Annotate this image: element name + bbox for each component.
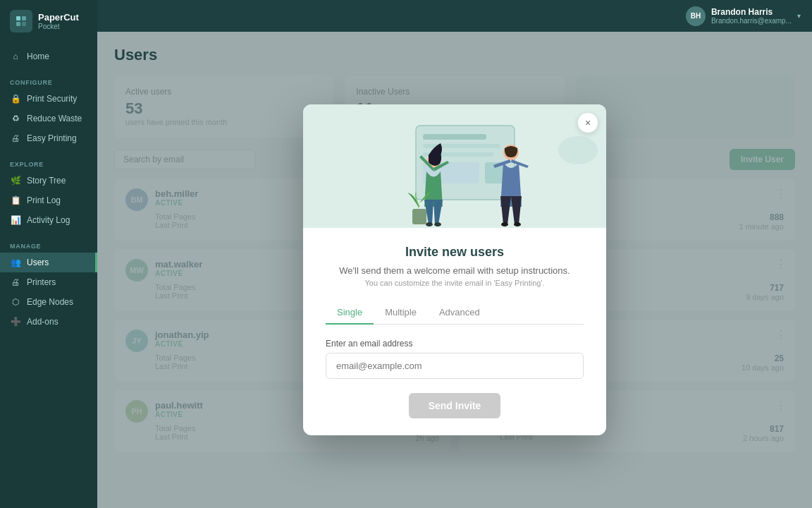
- app-name: Pocket: [38, 23, 79, 30]
- avatar: BH: [686, 6, 706, 26]
- sidebar-item-printers[interactable]: 🖨 Printers: [0, 272, 97, 292]
- users-icon: 👥: [10, 258, 21, 267]
- svg-rect-6: [423, 134, 486, 140]
- printers-icon: 🖨: [10, 277, 21, 287]
- brand-name: PaperCut: [38, 12, 79, 23]
- svg-point-17: [501, 222, 508, 226]
- shield-icon: 🔒: [10, 94, 21, 104]
- configure-label: CONFIGURE: [0, 76, 97, 89]
- modal-title: Invite new users: [326, 245, 584, 260]
- addons-icon: ➕: [10, 317, 21, 327]
- home-section: ⌂ Home: [0, 40, 97, 69]
- reduce-waste-label: Reduce Waste: [27, 114, 82, 123]
- svg-point-18: [514, 222, 521, 226]
- chevron-down-icon: ▾: [797, 12, 801, 20]
- modal-illustration: ×: [303, 104, 606, 228]
- topbar: BH Brandon Harris Brandon.harris@examp..…: [97, 0, 812, 32]
- logo-icon: [10, 10, 32, 32]
- edge-nodes-label: Edge Nodes: [27, 297, 73, 307]
- svg-point-13: [426, 222, 433, 226]
- activity-log-label: Activity Log: [27, 215, 70, 225]
- svg-rect-15: [412, 209, 426, 224]
- user-email: Brandon.harris@examp...: [711, 17, 792, 25]
- svg-point-11: [558, 136, 598, 164]
- users-label: Users: [27, 258, 49, 267]
- svg-rect-0: [16, 16, 20, 20]
- explore-section: EXPLORE 🌿 Story Tree 📋 Print Log 📊 Activ…: [0, 151, 97, 233]
- invite-modal: × Invite new users We'll send them a wel…: [303, 104, 606, 435]
- configure-section: CONFIGURE 🔒 Print Security ♻ Reduce Wast…: [0, 69, 97, 151]
- edge-icon: ⬡: [10, 297, 21, 307]
- invite-tabs: SingleMultipleAdvanced: [326, 301, 584, 325]
- svg-rect-2: [16, 22, 20, 26]
- modal-overlay: × Invite new users We'll send them a wel…: [97, 32, 812, 508]
- user-menu[interactable]: BH Brandon Harris Brandon.harris@examp..…: [686, 6, 801, 26]
- sidebar-item-print-log[interactable]: 📋 Print Log: [0, 190, 97, 210]
- home-label: Home: [27, 52, 49, 61]
- sidebar-item-print-security[interactable]: 🔒 Print Security: [0, 89, 97, 109]
- activity-icon: 📊: [10, 215, 21, 225]
- log-icon: 📋: [10, 195, 21, 205]
- user-name: Brandon Harris: [711, 7, 792, 17]
- email-input[interactable]: [326, 353, 584, 379]
- tab-single[interactable]: Single: [326, 301, 374, 325]
- modal-body: Invite new users We'll send them a welco…: [303, 228, 606, 435]
- easy-printing-label: Easy Printing: [27, 133, 77, 143]
- tab-multiple[interactable]: Multiple: [374, 301, 428, 325]
- sidebar-item-users[interactable]: 👥 Users: [0, 253, 97, 272]
- email-input-label: Enter an email address: [326, 339, 584, 349]
- print-log-label: Print Log: [27, 195, 61, 205]
- explore-label: EXPLORE: [0, 158, 97, 171]
- tree-icon: 🌿: [10, 176, 21, 186]
- manage-label: MANAGE: [0, 240, 97, 253]
- sidebar-item-easy-printing[interactable]: 🖨 Easy Printing: [0, 128, 97, 148]
- manage-section: MANAGE 👥 Users 🖨 Printers ⬡ Edge Nodes ➕…: [0, 233, 97, 334]
- modal-subtitle: We'll send them a welcome email with set…: [326, 265, 584, 276]
- tab-advanced[interactable]: Advanced: [428, 301, 491, 325]
- content-area: Users Active users 53 users have printed…: [97, 32, 812, 508]
- svg-rect-1: [22, 16, 26, 20]
- sidebar-item-add-ons[interactable]: ➕ Add-ons: [0, 312, 97, 332]
- sidebar-item-edge-nodes[interactable]: ⬡ Edge Nodes: [0, 292, 97, 312]
- add-ons-label: Add-ons: [27, 317, 59, 327]
- sidebar-item-activity-log[interactable]: 📊 Activity Log: [0, 210, 97, 230]
- leaf-icon: ♻: [10, 114, 21, 123]
- sidebar-item-story-tree[interactable]: 🌿 Story Tree: [0, 171, 97, 190]
- print-icon: 🖨: [10, 133, 21, 143]
- main-area: BH Brandon Harris Brandon.harris@examp..…: [97, 0, 812, 508]
- sidebar-item-home[interactable]: ⌂ Home: [0, 47, 97, 66]
- printers-label: Printers: [27, 277, 56, 287]
- story-tree-label: Story Tree: [27, 176, 66, 186]
- sidebar-item-reduce-waste[interactable]: ♻ Reduce Waste: [0, 109, 97, 128]
- svg-point-14: [434, 222, 441, 226]
- logo-area: PaperCut Pocket: [0, 0, 97, 40]
- modal-link: You can customize the invite email in 'E…: [326, 279, 584, 287]
- print-security-label: Print Security: [27, 94, 77, 104]
- modal-close-button[interactable]: ×: [578, 113, 598, 133]
- home-icon: ⌂: [10, 52, 21, 61]
- svg-rect-3: [22, 22, 26, 26]
- send-invite-button[interactable]: Send Invite: [409, 393, 501, 418]
- sidebar: PaperCut Pocket ⌂ Home CONFIGURE 🔒 Print…: [0, 0, 97, 508]
